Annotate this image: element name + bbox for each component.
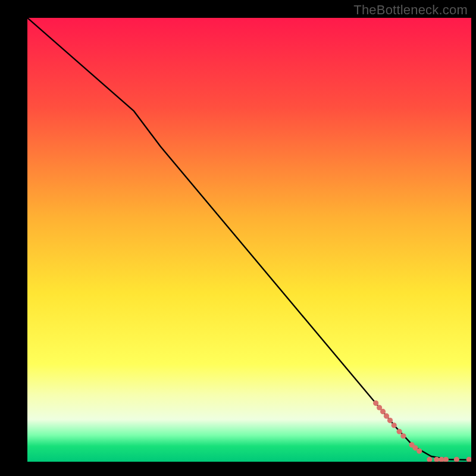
data-point [416,449,422,454]
data-point [397,429,402,434]
chart-plot-area [27,18,471,462]
data-point [373,400,378,406]
chart-svg [27,18,471,462]
data-point [400,433,406,439]
data-point [387,418,393,423]
chart-stage: TheBottleneck.com [0,0,476,476]
data-point [392,422,397,428]
data-point [384,414,389,419]
gradient-background [27,18,471,462]
data-point [380,409,386,414]
watermark-text: TheBottleneck.com [353,2,468,18]
